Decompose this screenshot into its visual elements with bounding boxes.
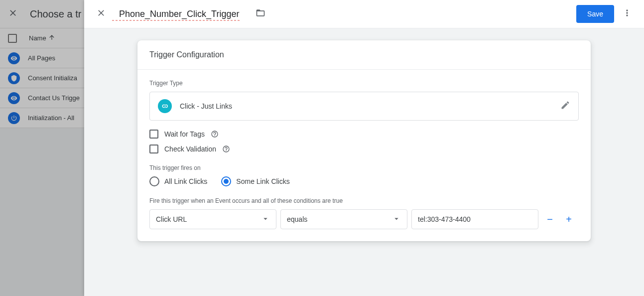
edit-type-icon[interactable] <box>560 100 570 112</box>
chevron-down-icon <box>261 214 270 225</box>
trigger-editor-panel: Save Trigger Configuration Trigger Type … <box>84 0 644 296</box>
fires-on-label: This trigger fires on <box>149 164 579 171</box>
save-button[interactable]: Save <box>576 5 614 23</box>
spellcheck-underline <box>112 20 241 21</box>
radio-icon <box>149 176 159 186</box>
trigger-type-label: Trigger Type <box>149 80 579 87</box>
condition-value-input-wrap <box>411 209 538 229</box>
wait-for-tags-row: Wait for Tags <box>149 130 579 139</box>
radio-some-links[interactable]: Some Link Clicks <box>221 176 289 186</box>
condition-operator-select[interactable]: equals <box>280 209 407 229</box>
check-validation-row: Check Validation <box>149 145 579 153</box>
trigger-name-input[interactable] <box>118 7 248 21</box>
radio-icon <box>221 176 231 186</box>
fires-on-radios: All Link Clicks Some Link Clicks <box>149 176 579 186</box>
wait-for-tags-label: Wait for Tags <box>164 130 205 138</box>
trigger-type-value: Click - Just Links <box>180 102 552 110</box>
radio-all-label: All Link Clicks <box>164 177 207 185</box>
close-panel-button[interactable] <box>92 4 110 24</box>
folder-icon[interactable] <box>254 6 267 22</box>
condition-value-input[interactable] <box>418 215 532 223</box>
condition-operator-value: equals <box>287 215 307 223</box>
add-condition-button[interactable]: + <box>561 214 576 225</box>
remove-condition-button[interactable]: − <box>542 214 557 225</box>
radio-all-links[interactable]: All Link Clicks <box>149 176 207 186</box>
more-menu-button[interactable] <box>618 4 636 24</box>
radio-some-label: Some Link Clicks <box>236 177 289 185</box>
trigger-config-card: Trigger Configuration Trigger Type Click… <box>137 40 591 241</box>
conditions-label: Fire this trigger when an Event occurs a… <box>149 197 579 204</box>
condition-variable-value: Click URL <box>156 215 187 223</box>
condition-variable-select[interactable]: Click URL <box>149 209 276 229</box>
panel-header: Save <box>84 0 644 28</box>
chevron-down-icon <box>392 214 401 225</box>
trigger-type-selector[interactable]: Click - Just Links <box>149 92 579 121</box>
link-icon <box>158 99 172 113</box>
card-title: Trigger Configuration <box>137 40 591 70</box>
panel-body: Trigger Configuration Trigger Type Click… <box>84 28 644 296</box>
help-icon[interactable] <box>211 130 219 138</box>
help-icon[interactable] <box>222 145 230 153</box>
condition-row: Click URL equals − <box>149 209 579 229</box>
wait-for-tags-checkbox[interactable] <box>149 130 158 139</box>
check-validation-checkbox[interactable] <box>149 145 158 153</box>
check-validation-label: Check Validation <box>164 145 216 153</box>
